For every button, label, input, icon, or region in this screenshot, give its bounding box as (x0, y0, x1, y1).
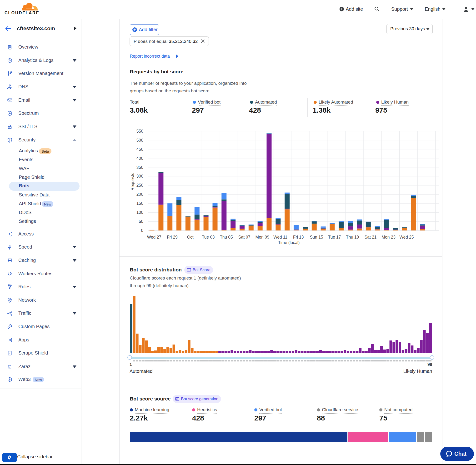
svg-text:Tue 03: Tue 03 (202, 235, 215, 240)
svg-text:50: 50 (139, 219, 144, 224)
svg-text:Tue 17: Tue 17 (328, 235, 341, 240)
svg-text:Wed 11: Wed 11 (273, 235, 287, 240)
svg-text:550: 550 (137, 129, 143, 134)
svg-text:Mon 23: Mon 23 (382, 235, 395, 240)
svg-text:Thu 19: Thu 19 (346, 235, 359, 240)
svg-text:100: 100 (137, 210, 143, 215)
svg-text:200: 200 (137, 192, 143, 197)
svg-text:300: 300 (137, 174, 143, 179)
svg-text:450: 450 (137, 147, 143, 152)
svg-text:Requests: Requests (130, 173, 135, 190)
svg-text:Thu 05: Thu 05 (220, 235, 233, 240)
svg-text:Time (local): Time (local) (278, 240, 300, 245)
svg-text:500: 500 (137, 138, 143, 143)
svg-text:Wed 27: Wed 27 (147, 235, 161, 240)
svg-text:Sun 15: Sun 15 (310, 235, 323, 240)
svg-text:0: 0 (141, 228, 143, 233)
svg-text:Fri 13: Fri 13 (293, 235, 304, 240)
svg-text:250: 250 (137, 183, 143, 188)
svg-text:Sat 07: Sat 07 (238, 235, 251, 240)
svg-text:Fri 29: Fri 29 (167, 235, 178, 240)
svg-text:Oct: Oct (187, 235, 193, 240)
svg-text:400: 400 (137, 156, 143, 161)
svg-text:Sat 21: Sat 21 (365, 235, 377, 240)
svg-text:Mon 09: Mon 09 (255, 235, 269, 240)
svg-text:350: 350 (137, 165, 143, 170)
svg-text:Wed 25: Wed 25 (399, 235, 414, 240)
svg-text:150: 150 (137, 201, 143, 206)
